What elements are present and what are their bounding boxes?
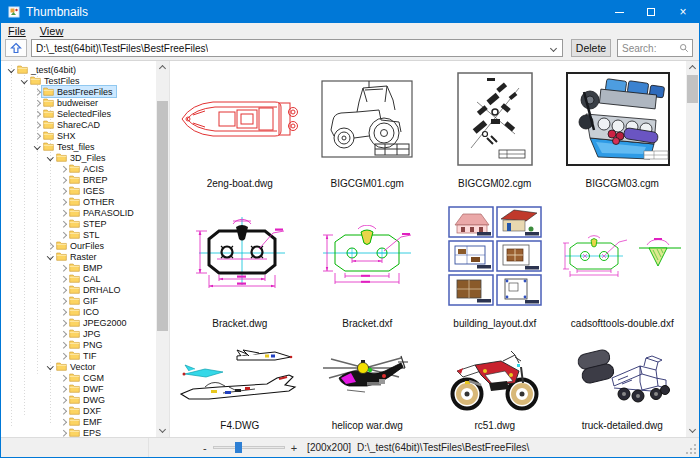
collapse-arrow-icon[interactable] bbox=[45, 153, 55, 163]
tree-item-Raster[interactable]: Raster bbox=[1, 251, 156, 262]
tree-node[interactable]: Test_files bbox=[42, 141, 98, 152]
thumbnail-helicop war.dwg[interactable]: helicop war.dwg bbox=[304, 335, 432, 437]
tree-scrollbar[interactable] bbox=[156, 61, 169, 437]
slider-thumb[interactable] bbox=[235, 442, 242, 453]
tree-node[interactable]: EPS bbox=[68, 427, 104, 437]
tree-item-OurFiles[interactable]: OurFiles bbox=[1, 240, 156, 251]
expand-arrow-icon[interactable] bbox=[58, 406, 68, 416]
tree-node[interactable]: CGM bbox=[68, 372, 107, 383]
tree-node[interactable]: OurFiles bbox=[55, 240, 107, 251]
expand-arrow-icon[interactable] bbox=[58, 274, 68, 284]
collapse-arrow-icon[interactable] bbox=[45, 362, 55, 372]
zoom-out-label[interactable]: - bbox=[203, 442, 207, 454]
close-button[interactable]: × bbox=[667, 1, 699, 23]
tree-node[interactable]: STL bbox=[68, 229, 103, 240]
expand-arrow-icon[interactable] bbox=[58, 296, 68, 306]
collapse-arrow-icon[interactable] bbox=[32, 142, 42, 152]
tree-node[interactable]: SHX bbox=[42, 130, 79, 141]
tree-node[interactable]: DWG bbox=[68, 394, 108, 405]
thumbnails-scrollbar[interactable] bbox=[686, 61, 699, 437]
tree-node[interactable]: PNG bbox=[68, 339, 106, 350]
tree-node[interactable]: 3D_Files bbox=[55, 152, 109, 163]
tree-item-BestFreeFiles[interactable]: BestFreeFiles bbox=[1, 86, 156, 97]
thumbnail-cadsofttools-double.dxf[interactable]: cadsofttools-double.dxf bbox=[559, 195, 687, 335]
menu-file[interactable]: File bbox=[8, 25, 26, 37]
scroll-down-icon[interactable] bbox=[686, 424, 699, 437]
tree-node[interactable]: EMF bbox=[68, 416, 105, 427]
expand-arrow-icon[interactable] bbox=[32, 87, 42, 97]
expand-arrow-icon[interactable] bbox=[58, 340, 68, 350]
expand-arrow-icon[interactable] bbox=[32, 98, 42, 108]
tree-node[interactable]: BestFreeFiles bbox=[42, 86, 116, 97]
tree-node[interactable]: JPG bbox=[68, 328, 104, 339]
tree-item-GIF[interactable]: GIF bbox=[1, 295, 156, 306]
tree-item-ACIS[interactable]: ACIS bbox=[1, 163, 156, 174]
collapse-arrow-icon[interactable] bbox=[19, 76, 29, 86]
tree-node[interactable]: PARASOLID bbox=[68, 207, 137, 218]
tree-node[interactable]: TestFiles bbox=[29, 75, 83, 86]
thumbnail-BIGCGM02.cgm[interactable]: BIGCGM02.cgm bbox=[431, 61, 559, 195]
tree-item-Vector[interactable]: Vector bbox=[1, 361, 156, 372]
collapse-arrow-icon[interactable] bbox=[45, 252, 55, 262]
tree-node[interactable]: ShareCAD bbox=[42, 119, 103, 130]
expand-arrow-icon[interactable] bbox=[58, 329, 68, 339]
tree-item-JPG[interactable]: JPG bbox=[1, 328, 156, 339]
expand-arrow-icon[interactable] bbox=[32, 109, 42, 119]
tree-item-DWF[interactable]: DWF bbox=[1, 383, 156, 394]
scroll-up-icon[interactable] bbox=[686, 61, 699, 74]
tree-node[interactable]: CAL bbox=[68, 273, 104, 284]
expand-arrow-icon[interactable] bbox=[58, 175, 68, 185]
tree-item-EPS[interactable]: EPS bbox=[1, 427, 156, 437]
tree-item-budweiser[interactable]: budweiser bbox=[1, 97, 156, 108]
thumbnail-rc51.dwg[interactable]: rc51.dwg bbox=[431, 335, 559, 437]
up-button[interactable] bbox=[5, 39, 27, 57]
resize-grip[interactable] bbox=[694, 452, 696, 454]
tree-node[interactable]: ACIS bbox=[68, 163, 107, 174]
tree-node[interactable]: ICO bbox=[68, 306, 102, 317]
tree-node[interactable]: DWF bbox=[68, 383, 107, 394]
tree-item-OTHER[interactable]: OTHER bbox=[1, 196, 156, 207]
expand-arrow-icon[interactable] bbox=[58, 219, 68, 229]
tree-item-3D_Files[interactable]: 3D_Files bbox=[1, 152, 156, 163]
tree-item-JPEG2000[interactable]: JPEG2000 bbox=[1, 317, 156, 328]
expand-arrow-icon[interactable] bbox=[58, 373, 68, 383]
expand-arrow-icon[interactable] bbox=[58, 384, 68, 394]
tree-item-STEP[interactable]: STEP bbox=[1, 218, 156, 229]
tree-item-BMP[interactable]: BMP bbox=[1, 262, 156, 273]
search-input[interactable]: Search: bbox=[617, 39, 693, 57]
tree-node[interactable]: DXF bbox=[68, 405, 104, 416]
tree-node[interactable]: BREP bbox=[68, 174, 111, 185]
tree-item-DXF[interactable]: DXF bbox=[1, 405, 156, 416]
address-combobox[interactable]: D:\_test(64bit)\TestFiles\BestFreeFiles\ bbox=[31, 39, 563, 57]
chevron-down-icon[interactable] bbox=[546, 40, 560, 56]
tree-item-BREP[interactable]: BREP bbox=[1, 174, 156, 185]
tree-scrollbar-thumb[interactable] bbox=[157, 101, 168, 331]
tree-item-CGM[interactable]: CGM bbox=[1, 372, 156, 383]
tree-node[interactable]: DRHALO bbox=[68, 284, 124, 295]
tree-node[interactable]: Raster bbox=[55, 251, 100, 262]
thumbnail-building_layout.dxf[interactable]: building_layout.dxf bbox=[431, 195, 559, 335]
tree-node[interactable]: GIF bbox=[68, 295, 101, 306]
expand-arrow-icon[interactable] bbox=[58, 164, 68, 174]
tree-item-IGES[interactable]: IGES bbox=[1, 185, 156, 196]
tree-node[interactable]: BMP bbox=[68, 262, 106, 273]
expand-arrow-icon[interactable] bbox=[58, 186, 68, 196]
tree-item-TIF[interactable]: TIF bbox=[1, 350, 156, 361]
expand-arrow-icon[interactable] bbox=[58, 318, 68, 328]
tree-item-PARASOLID[interactable]: PARASOLID bbox=[1, 207, 156, 218]
tree-item-_test(64bit)[interactable]: _test(64bit) bbox=[1, 64, 156, 75]
tree-node[interactable]: JPEG2000 bbox=[68, 317, 130, 328]
expand-arrow-icon[interactable] bbox=[58, 208, 68, 218]
maximize-button[interactable] bbox=[635, 1, 667, 23]
tree-node[interactable]: IGES bbox=[68, 185, 108, 196]
tree-item-TestFiles[interactable]: TestFiles bbox=[1, 75, 156, 86]
thumbnail-F4.DWG[interactable]: F4.DWG bbox=[176, 335, 304, 437]
zoom-slider[interactable]: - + bbox=[149, 442, 305, 454]
thumbnail-BIGCGM01.cgm[interactable]: BIGCGM01.cgm bbox=[304, 61, 432, 195]
expand-arrow-icon[interactable] bbox=[58, 428, 68, 438]
thumbnail-BIGCGM03.cgm[interactable]: BIGCGM03.cgm bbox=[559, 61, 687, 195]
thumbnails-scrollbar-thumb[interactable] bbox=[687, 75, 698, 103]
tree-item-CAL[interactable]: CAL bbox=[1, 273, 156, 284]
tree-item-EMF[interactable]: EMF bbox=[1, 416, 156, 427]
tree-item-SelectedFiles[interactable]: SelectedFiles bbox=[1, 108, 156, 119]
